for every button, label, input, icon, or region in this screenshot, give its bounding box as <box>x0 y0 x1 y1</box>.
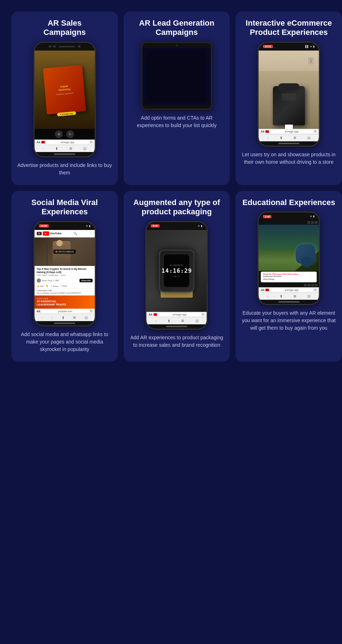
yt-vistage-banner: VISTAGE 15 ESSENTIALLEADERSHIP TRAITS <box>35 295 95 309</box>
yt-video-thumb: 🔇 TAP TO UNMUTE <box>35 237 95 266</box>
share-icon-6[interactable]: ⬆ <box>280 294 283 298</box>
url-display-6: armagic.app <box>270 288 313 292</box>
time-badge-5: 9:40 <box>151 224 159 227</box>
card-educational: Educational Experiences 1:40 ≋ ▮ <box>235 191 342 362</box>
yt-video-info: Top 5 New Cryptos To Invest in By Bitcoi… <box>35 266 95 278</box>
subscribe-button[interactable]: Subscribe <box>79 279 93 282</box>
qr-badge: ● armagic.app <box>57 111 76 116</box>
aa-label: AA <box>37 141 40 143</box>
time-badge-6: 1:40 <box>263 215 271 218</box>
unmute-badge: 🔇 TAP TO UNMUTE <box>53 250 76 254</box>
yt-dislike[interactable]: 👎 <box>46 285 48 287</box>
card-desc-educational: Educate your buyers with any AR element … <box>241 309 336 332</box>
browser-bar-1: AA armagic.app ↻ <box>35 140 95 145</box>
card-desc-packaging: Add AR experiences to product packaging … <box>129 334 224 349</box>
card-ecommerce: Interactive eCommerce Product Experience… <box>235 11 342 185</box>
refresh-icon: ↻ <box>90 141 93 144</box>
battery-icon-4: ▮ <box>89 225 90 227</box>
yt-comments-section: Comments 1.6K Got my fingers crossed for… <box>35 289 95 295</box>
edu-screen: Shop for Dinosaur Kids Items Now Augment… <box>259 220 319 287</box>
share-icon[interactable]: ⬆ <box>55 147 58 151</box>
browser-icons-6: ‹ ⬆ ⊞ ⊡ <box>259 293 319 300</box>
edu-info-overlay: Shop for Dinosaur Kids Items Now Augment… <box>261 272 317 282</box>
yt-like[interactable]: 👍 19K <box>37 285 43 287</box>
cam-icon-5 <box>154 313 157 316</box>
battery-icon: ▮ <box>313 45 315 48</box>
yt-header: 🔇 ▶ YouTube 🔍 ⋮ <box>35 230 95 237</box>
card-title-packaging: Augmented any type of product packaging <box>129 198 224 217</box>
flash-icon <box>53 45 56 48</box>
share-icon-5[interactable]: ⬆ <box>167 319 170 323</box>
browser-icons-3: ‹ ⬆ ⊞ ⊡ <box>259 134 319 141</box>
tabs-icon-5[interactable]: ⊞ <box>181 319 184 323</box>
mic-stand <box>47 245 47 266</box>
phone-top-bar-3: 10:21 ▌▌ ≋ ▮ <box>259 43 319 51</box>
tabs-icon[interactable]: ⊞ <box>69 147 72 151</box>
yt-save[interactable]: + Save <box>61 285 67 287</box>
share-icon-4[interactable]: ⬆ <box>62 316 64 320</box>
watch-face-inner: G-SHOCK 14:16:29 WE 15 <box>163 254 190 288</box>
book-text: DigitalMarketing <box>58 84 71 91</box>
phone-educational: 1:40 ≋ ▮ <box>258 211 320 305</box>
book-product: DigitalMarketing Innovative Experience ●… <box>43 65 86 114</box>
yt-share[interactable]: ↗ Share <box>50 285 58 287</box>
status-icons-4: ≋ ▮ <box>86 225 90 227</box>
browser-bar-5: AA armagic.app ↻ <box>146 312 207 317</box>
home-indicator-4 <box>35 321 95 325</box>
grid-row-2: Social Media Viral Experiences 10:88 ≋ ▮ <box>11 191 342 362</box>
back-icon[interactable]: ‹ <box>43 147 44 151</box>
edu-overlay-text: Augmented dinosaursShop biology... <box>263 275 315 281</box>
yt-logo-area: 🔇 ▶ YouTube <box>37 231 62 236</box>
yt-channel: Brian Jung 1.79M <box>37 278 59 283</box>
yt-search-icon[interactable]: 🔍 <box>73 232 77 235</box>
card-title-ar-sales: AR Sales Campaigns <box>43 19 86 37</box>
bookmark-icon-4[interactable]: ⊡ <box>85 316 88 320</box>
yt-screen: 🔇 ▶ YouTube 🔍 ⋮ <box>35 230 95 309</box>
aa-label-4: AA <box>37 310 40 313</box>
page-container: AR Sales Campaigns DigitalMarketing Inno… <box>6 6 342 644</box>
url-display: armagic.app <box>46 141 89 144</box>
watch-time-display: 14:16:29 <box>161 267 192 274</box>
signal-icon: ▌▌ <box>305 45 309 48</box>
yt-more-icon[interactable]: ⋮ <box>89 232 93 235</box>
battery-icon-6: ▮ <box>313 215 315 218</box>
cam-icon-3 <box>265 130 269 133</box>
share-icon-3[interactable]: ⬆ <box>280 136 283 140</box>
card-title-ar-lead-gen: AR Lead Generation Campaigns <box>129 19 224 37</box>
watch-product: G-SHOCK 14:16:29 WE 15 <box>159 250 195 292</box>
coffee-display <box>282 93 296 100</box>
back-icon-4[interactable]: ‹ <box>42 316 43 320</box>
tablet-dark-content <box>148 52 205 101</box>
forward-icon-4[interactable]: › <box>52 316 53 320</box>
back-icon-6[interactable]: ‹ <box>267 294 268 298</box>
card-desc-ar-sales: Advertise products and include links to … <box>17 162 112 177</box>
url-display-5: armagic.app <box>158 313 201 316</box>
bookmark-icon[interactable]: ⊡ <box>83 147 86 151</box>
home-indicator-1 <box>35 152 95 156</box>
tabs-icon-3[interactable]: ⊞ <box>294 136 296 140</box>
bookmark-icon-6[interactable]: ⊡ <box>307 294 310 298</box>
bookmark-icon-3[interactable]: ⊡ <box>307 136 310 140</box>
yt-video-title: Top 5 New Cryptos To Invest in By Bitcoi… <box>37 267 93 274</box>
card-desc-ar-lead: Add optin forms and CTAs to AR experienc… <box>129 114 224 129</box>
refresh-icon-5: ↻ <box>202 313 204 316</box>
back-icon-5[interactable]: ‹ <box>155 319 156 323</box>
book-sub: Innovative Experience <box>56 92 74 95</box>
phone-watch: 9:40 ≋ ▮ <box>145 221 208 330</box>
coffee-maker-3d <box>273 86 305 125</box>
cam-icon-6 <box>265 289 269 291</box>
phone-top-bar-4: 10:88 ≋ ▮ <box>35 222 95 230</box>
back-icon-3[interactable]: ‹ <box>267 136 268 140</box>
tabs-icon-4[interactable]: ⊞ <box>73 316 76 320</box>
yt-comments-count: Comments 1.6K <box>37 289 93 292</box>
bookmark-icon-5[interactable]: ⊡ <box>196 319 198 323</box>
browser-bar-3: AA armagic.app ↻ <box>259 129 319 134</box>
tabs-icon-6[interactable]: ⊞ <box>294 294 296 298</box>
browser-icons-1: ‹ ⬆ ⊞ ⊡ <box>35 145 95 152</box>
tablet-screen <box>142 48 211 105</box>
card-desc-ecommerce: Let users try on and showcase products i… <box>241 151 336 166</box>
person-head <box>56 240 63 246</box>
coffee-top <box>278 83 300 90</box>
aa-label-3: AA <box>261 130 264 133</box>
url-display-4: youtube.com <box>41 310 89 313</box>
